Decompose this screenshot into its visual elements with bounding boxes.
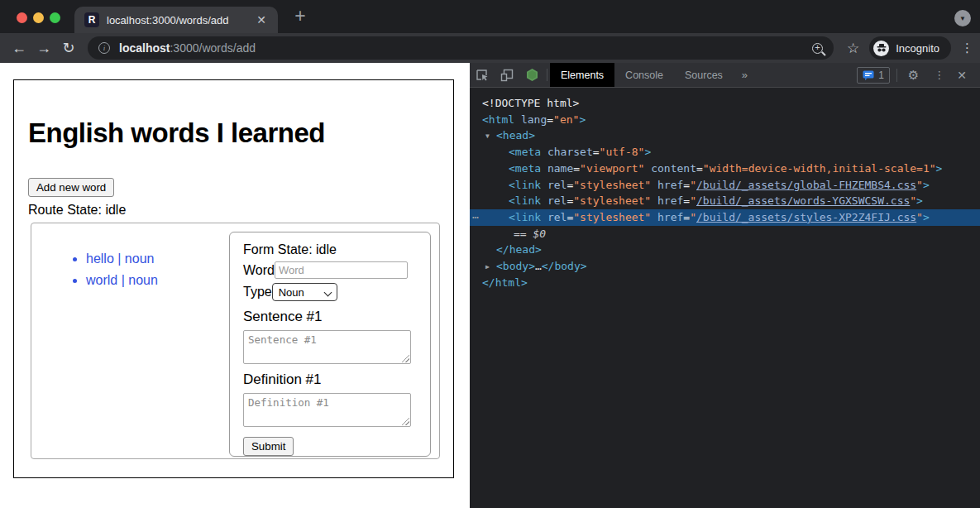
zoom-icon[interactable]: +: [812, 43, 823, 54]
tab-search-button[interactable]: ▼: [954, 10, 971, 26]
code-token-tag: <html: [482, 113, 514, 126]
more-tabs-icon[interactable]: »: [734, 63, 756, 87]
code-token-val: "width=device-width,initial-scale=1": [703, 162, 936, 175]
type-field-label: Type: [243, 285, 272, 300]
url-path: :3000/words/add: [170, 41, 256, 55]
code-token-plain: =: [683, 179, 690, 191]
dom-tree-line[interactable]: <link rel="stylesheet" href="/build/_ass…: [470, 177, 980, 194]
new-tab-button[interactable]: +: [289, 5, 312, 27]
word-input[interactable]: [275, 261, 408, 279]
console-message-count: 1: [878, 69, 884, 81]
code-token-val: ": [916, 179, 923, 191]
site-info-icon[interactable]: i: [98, 42, 110, 54]
code-token-tag: >: [579, 113, 586, 126]
definition-textarea[interactable]: [243, 393, 411, 427]
dom-tree: <!DOCTYPE html><html lang="en">▼<head><m…: [470, 88, 980, 508]
code-token-plain: =: [593, 146, 600, 158]
code-token-plain: [541, 162, 547, 175]
tab-strip: R localhost:3000/words/add ✕ + ▼: [0, 0, 980, 33]
inspect-element-icon[interactable]: [470, 63, 495, 87]
word-field-label: Word: [243, 263, 275, 278]
maximize-window-button[interactable]: [50, 12, 60, 23]
reload-button[interactable]: ↻: [56, 39, 81, 57]
dom-tree-line[interactable]: ▶<body>…</body>: [470, 258, 980, 275]
tab-console[interactable]: Console: [614, 63, 674, 87]
code-token-val: "viewport": [580, 162, 644, 175]
code-token-val: "utf-8": [600, 146, 645, 158]
dom-tree-line[interactable]: </head>: [470, 242, 980, 258]
code-token-attr: rel: [547, 194, 566, 207]
code-token-plain: …: [535, 260, 542, 272]
expander-closed-icon[interactable]: ▶: [485, 259, 490, 276]
code-token-plain: =: [683, 211, 690, 223]
address-bar[interactable]: i localhost:3000/words/add +: [88, 36, 834, 60]
tab-close-icon[interactable]: ✕: [255, 13, 268, 26]
code-token-attr: rel: [547, 211, 566, 223]
code-token-tag: >: [644, 146, 651, 158]
code-token-val: ": [916, 211, 923, 223]
tab-sources[interactable]: Sources: [674, 63, 734, 87]
expander-open-icon[interactable]: ▼: [485, 128, 490, 145]
code-token-plain: [541, 179, 547, 191]
page-title: English words I learned: [28, 118, 439, 148]
code-token-plain: =: [696, 162, 703, 175]
devtools-settings-icon[interactable]: ⚙: [901, 68, 926, 83]
close-window-button[interactable]: [17, 12, 27, 23]
browser-menu-icon[interactable]: ⋮: [961, 41, 973, 55]
forward-button[interactable]: →: [31, 40, 56, 57]
incognito-label: Incognito: [896, 42, 939, 55]
type-select[interactable]: Noun: [272, 283, 337, 301]
node-devtools-icon[interactable]: [519, 63, 544, 87]
dom-tree-line[interactable]: ⋯<link rel="stylesheet" href="/build/_as…: [470, 209, 980, 226]
code-token-tag: <head>: [496, 129, 535, 141]
code-token-tag: <body>: [496, 260, 535, 272]
code-token-val: ": [690, 211, 696, 223]
url-text: localhost:3000/words/add: [119, 41, 256, 55]
console-message-icon: [863, 70, 874, 80]
code-token-plain: [651, 194, 657, 207]
device-toolbar-icon[interactable]: [495, 63, 519, 87]
route-state-text: Route State: idle: [28, 203, 439, 218]
browser-toolbar: ← → ↻ i localhost:3000/words/add + ☆ Inc…: [0, 33, 980, 63]
minimize-window-button[interactable]: [33, 12, 44, 23]
code-token-attr: name: [547, 162, 573, 175]
back-button[interactable]: ←: [7, 40, 31, 57]
ellipsis-menu-icon[interactable]: ⋯: [472, 209, 479, 226]
console-messages-badge[interactable]: 1: [857, 67, 890, 84]
code-token-plain: [541, 211, 547, 223]
web-page: English words I learned Add new word Rou…: [0, 63, 470, 508]
dom-tree-line[interactable]: ▼<head>: [470, 127, 980, 144]
form-state-text: Form State: idle: [243, 242, 417, 257]
code-token-tag: <link: [509, 211, 541, 223]
code-token-val: ": [690, 194, 696, 207]
bookmark-star-icon[interactable]: ☆: [847, 40, 859, 57]
sentence-textarea-wrap: [243, 330, 411, 364]
code-token-val: "stylesheet": [573, 194, 651, 207]
code-token-plain: [651, 179, 657, 191]
devtools-menu-icon[interactable]: ⋮: [926, 69, 952, 81]
code-token-tag: >: [936, 162, 943, 175]
devtools-panel: Elements Console Sources » 1 ⚙ ⋮ ✕ <!DOC…: [470, 63, 980, 508]
submit-button[interactable]: Submit: [243, 437, 294, 456]
sentence-textarea[interactable]: [243, 330, 411, 364]
dom-tree-line[interactable]: <html lang="en">: [470, 112, 980, 128]
app-container: English words I learned Add new word Rou…: [13, 79, 454, 478]
add-new-word-button[interactable]: Add new word: [28, 178, 114, 197]
code-token-tag: </head>: [496, 243, 542, 256]
dom-tree-line[interactable]: </html>: [470, 275, 980, 291]
word-link-hello[interactable]: hello | noun: [86, 252, 154, 266]
tab-elements[interactable]: Elements: [550, 63, 614, 87]
code-token-tag: <meta: [509, 146, 541, 158]
code-token-attr: lang: [521, 113, 547, 126]
browser-tab[interactable]: R localhost:3000/words/add ✕: [74, 7, 278, 33]
dom-tree-line[interactable]: <meta charset="utf-8">: [470, 144, 980, 161]
dom-tree-line[interactable]: <link rel="stylesheet" href="/build/_ass…: [470, 193, 980, 209]
dom-tree-line[interactable]: == $0: [470, 226, 980, 242]
word-link-world[interactable]: world | noun: [86, 273, 158, 287]
code-token-plain: [651, 211, 657, 223]
dom-tree-line[interactable]: <!DOCTYPE html>: [470, 95, 980, 112]
devtools-close-icon[interactable]: ✕: [952, 69, 975, 82]
code-token-val: "stylesheet": [573, 211, 651, 223]
code-token-plain: [541, 194, 547, 207]
dom-tree-line[interactable]: <meta name="viewport" content="width=dev…: [470, 161, 980, 177]
